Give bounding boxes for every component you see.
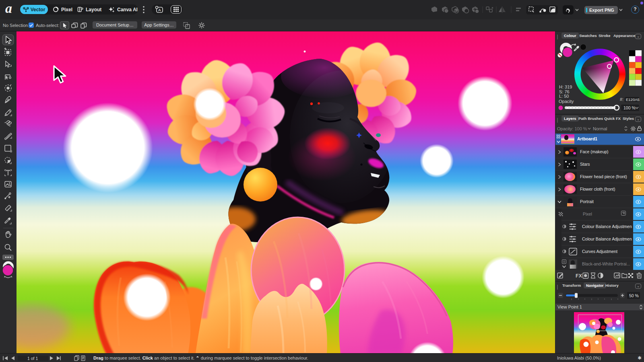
svg-text:50 %: 50 % [629, 293, 639, 298]
svg-text:#:: #: [620, 97, 623, 102]
svg-text:E120A5: E120A5 [626, 97, 640, 102]
svg-text:S: 76: S: 76 [559, 89, 570, 94]
svg-text:Opacity: Opacity [559, 99, 574, 104]
svg-text:L: 50: L: 50 [559, 94, 569, 99]
svg-text:1 of 1: 1 of 1 [27, 356, 38, 361]
svg-text:100 %: 100 % [623, 105, 636, 110]
svg-text:FX: FX [576, 273, 582, 279]
svg-text:A: A [158, 8, 161, 12]
svg-text:H: 319: H: 319 [559, 84, 572, 89]
